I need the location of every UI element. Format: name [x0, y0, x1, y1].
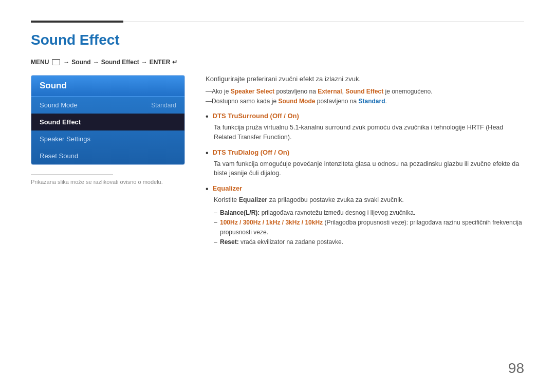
tv-menu-item-label-selected: Sound Effect [40, 118, 81, 126]
tv-menu: Sound Sound Mode Standard Sound Effect S… [31, 75, 185, 165]
left-divider [31, 174, 113, 175]
tv-menu-item-label: Speaker Settings [40, 135, 90, 143]
enter-icon: ↵ [172, 59, 177, 66]
bullet-dot: • [206, 113, 209, 121]
menu-path-arrow1: → [63, 59, 69, 66]
note-speaker-select: Ako je Speaker Select postavljeno na Ext… [206, 88, 524, 95]
menu-path-menu: MENU [31, 59, 49, 66]
standard-bold: Standard [358, 98, 385, 105]
sub-bullet-balance: Balance(L/R): prilagođava ravnotežu izme… [214, 208, 524, 218]
equalizer-desc: Koristite Equalizer za prilagodbu postav… [206, 195, 524, 205]
external-bold: External [318, 88, 342, 95]
speaker-select-bold: Speaker Select [231, 88, 274, 95]
menu-path-arrow2: → [93, 59, 99, 66]
sound-effect-bold: Sound Effect [345, 88, 383, 95]
left-note: Prikazana slika može se razlikovati ovis… [31, 179, 185, 185]
top-line-light [123, 22, 524, 22]
tv-menu-item-sound-effect[interactable]: Sound Effect [31, 114, 184, 130]
dts-trusurround-title: DTS TruSurround [213, 112, 268, 120]
dts-trudialog-title: DTS TruDialog [213, 148, 259, 156]
tv-menu-item-speaker-settings[interactable]: Speaker Settings [31, 130, 184, 147]
menu-path-enter: ENTER [150, 59, 171, 66]
equalizer-bold: Equalizer [239, 196, 268, 203]
bullet-header-equalizer: • Equalizer [206, 184, 524, 193]
top-decorative-lines [31, 21, 524, 23]
top-line-dark [31, 21, 123, 23]
menu-icon [52, 59, 60, 65]
note-sound-mode: Dostupno samo kada je Sound Mode postavl… [206, 98, 524, 105]
bullet-header-trudialog: • DTS TruDialog (Off / On) [206, 148, 524, 157]
tv-menu-item-label: Reset Sound [40, 152, 78, 160]
menu-path-arrow3: → [141, 59, 147, 66]
equalizer-sub-bullets: Balance(L/R): prilagođava ravnotežu izme… [206, 208, 524, 248]
tv-menu-item-value: Standard [151, 102, 176, 109]
bullet-item-equalizer: • Equalizer Koristite Equalizer za prila… [206, 184, 524, 248]
bullet-dot: • [206, 185, 209, 193]
right-panel: Konfigurirajte preferirani zvučni efekt … [206, 75, 524, 254]
bullet-section: • DTS TruSurround (Off / On) Ta funkcija… [206, 112, 524, 248]
equalizer-title: Equalizer [213, 184, 243, 192]
bullet-title-trusurround: DTS TruSurround (Off / On) [213, 112, 299, 120]
menu-path-sound-effect: Sound Effect [101, 59, 139, 66]
menu-path: MENU → Sound → Sound Effect → ENTER ↵ [31, 59, 524, 66]
tv-menu-item-sound-mode[interactable]: Sound Mode Standard [31, 97, 184, 114]
dts-trudialog-desc: Ta vam funkcija omogućuje povećanje inte… [206, 159, 524, 179]
bullet-header-trusurround: • DTS TruSurround (Off / On) [206, 112, 524, 121]
bullet-title-trudialog: DTS TruDialog (Off / On) [213, 148, 290, 156]
bullet-item-trusurround: • DTS TruSurround (Off / On) Ta funkcija… [206, 112, 524, 142]
dts-trudialog-offon: (Off / On) [258, 148, 289, 156]
sound-mode-bold: Sound Mode [278, 98, 315, 105]
left-panel: Sound Sound Mode Standard Sound Effect S… [31, 75, 185, 254]
hz-bold: 100Hz / 300Hz / 1kHz / 3kHz / 10kHz [220, 219, 323, 226]
balance-bold: Balance(L/R): [220, 209, 260, 216]
page-title: Sound Effect [31, 32, 524, 48]
bullet-item-trudialog: • DTS TruDialog (Off / On) Ta vam funkci… [206, 148, 524, 179]
tv-menu-item-reset-sound[interactable]: Reset Sound [31, 147, 184, 164]
menu-path-sound: Sound [71, 59, 90, 66]
sub-bullet-hz: 100Hz / 300Hz / 1kHz / 3kHz / 10kHz (Pri… [214, 218, 524, 237]
bullet-dot: • [206, 149, 209, 157]
page-number: 98 [508, 360, 524, 377]
reset-bold: Reset: [220, 238, 239, 246]
dts-trusurround-offon: (Off / On) [268, 112, 299, 120]
tv-menu-item-label: Sound Mode [40, 101, 78, 109]
page-container: Sound Effect MENU → Sound → Sound Effect… [0, 0, 555, 392]
dts-trusurround-desc: Ta funkcija pruža virtualnu 5.1-kanalnu … [206, 123, 524, 142]
tv-menu-title: Sound [31, 76, 184, 97]
sub-bullet-reset: Reset: vraća ekvilizator na zadane posta… [214, 237, 524, 247]
right-intro: Konfigurirajte preferirani zvučni efekt … [206, 75, 524, 83]
content-area: Sound Sound Mode Standard Sound Effect S… [31, 75, 524, 254]
